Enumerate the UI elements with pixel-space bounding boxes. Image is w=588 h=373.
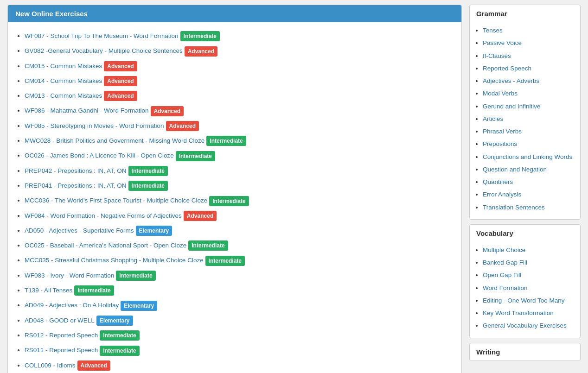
sidebar-item-link[interactable]: Passive Voice bbox=[483, 39, 522, 46]
sidebar-item-link[interactable]: Key Word Transformation bbox=[483, 310, 554, 316]
sidebar-item-link[interactable]: Reported Speech bbox=[483, 65, 531, 72]
list-item: CM013 - Common MistakesAdvanced bbox=[25, 89, 454, 103]
sidebar-item-link[interactable]: Tenses bbox=[483, 27, 503, 34]
list-item: AD048 - GOOD or WELLElementary bbox=[25, 313, 454, 328]
list-item: GV082 -General Vocabulary - Multiple Cho… bbox=[25, 44, 454, 58]
sidebar-item: Prepositions bbox=[483, 138, 574, 150]
sidebar-item: Question and Negation bbox=[483, 163, 574, 176]
exercises-header: New Online Exercises bbox=[8, 5, 461, 22]
level-badge: Intermediate bbox=[206, 136, 246, 146]
sidebar-item-link[interactable]: Conjunctions and Linking Words bbox=[483, 153, 572, 160]
sidebar: GrammarTensesPassive VoiceIf-ClausesRepo… bbox=[469, 5, 581, 373]
sidebar-item: Editing - One Word Too Many bbox=[483, 294, 574, 307]
sidebar-item-link[interactable]: Gerund and Infinitive bbox=[483, 103, 541, 110]
level-badge: Intermediate bbox=[128, 181, 168, 191]
list-item: WF085 - Stereotyping in Movies - Word Fo… bbox=[25, 119, 454, 133]
sidebar-item: Word Formation bbox=[483, 282, 574, 294]
list-item: MCC036 - The World's First Space Tourist… bbox=[25, 193, 454, 208]
exercise-link[interactable]: OC026 - James Bond : A Licence To Kill -… bbox=[25, 152, 174, 159]
exercise-link[interactable]: MCC036 - The World's First Space Tourist… bbox=[25, 197, 207, 204]
exercise-link[interactable]: AD049 - Adjectives : On A Holiday bbox=[25, 302, 119, 309]
sidebar-item-link[interactable]: Word Formation bbox=[483, 284, 528, 291]
exercise-link[interactable]: WF085 - Stereotyping in Movies - Word Fo… bbox=[25, 122, 164, 129]
level-badge: Advanced bbox=[151, 106, 184, 116]
sidebar-item: Conjunctions and Linking Words bbox=[483, 151, 574, 163]
exercise-link[interactable]: COLL009 - Idioms bbox=[25, 362, 76, 369]
exercise-link[interactable]: MWC028 - British Politics and Government… bbox=[25, 137, 205, 144]
exercise-link[interactable]: WF083 - Ivory - Word Formation bbox=[25, 272, 114, 279]
sidebar-item-link[interactable]: Error Analysis bbox=[483, 191, 521, 198]
exercises-box: New Online Exercises WF087 - School Trip… bbox=[7, 5, 462, 373]
list-item: MWC028 - British Politics and Government… bbox=[25, 133, 454, 148]
sidebar-item-link[interactable]: Open Gap Fill bbox=[483, 272, 521, 278]
sidebar-item-link[interactable]: Phrasal Verbs bbox=[483, 128, 522, 135]
level-badge: Intermediate bbox=[209, 196, 249, 206]
sidebar-item: Open Gap Fill bbox=[483, 269, 574, 281]
level-badge: Elementary bbox=[96, 316, 133, 326]
list-item: AD050 - Adjectives - Superlative FormsEl… bbox=[25, 223, 454, 238]
exercises-body: WF087 - School Trip To The Museum - Word… bbox=[8, 22, 461, 373]
sidebar-item: Error Analysis bbox=[483, 188, 574, 201]
level-badge: Intermediate bbox=[180, 31, 220, 41]
list-item: WF083 - Ivory - Word FormationIntermedia… bbox=[25, 268, 454, 283]
exercise-link[interactable]: WF084 - Word Formation - Negative Forms … bbox=[25, 212, 182, 219]
sidebar-section-list: TensesPassive VoiceIf-ClausesReported Sp… bbox=[470, 22, 580, 219]
sidebar-section-title: Vocabulary bbox=[470, 225, 580, 242]
list-item: OC025 - Baseball - America's National Sp… bbox=[25, 238, 454, 253]
level-badge: Intermediate bbox=[100, 330, 139, 341]
level-badge: Elementary bbox=[121, 301, 157, 311]
level-badge: Intermediate bbox=[205, 256, 245, 266]
list-item: T139 - All TensesIntermediate bbox=[25, 283, 454, 298]
exercise-link[interactable]: AD050 - Adjectives - Superlative Forms bbox=[25, 227, 134, 234]
exercise-link[interactable]: T139 - All Tenses bbox=[25, 287, 72, 294]
sidebar-item: Adjectives - Adverbs bbox=[483, 75, 574, 87]
exercise-link[interactable]: PREP042 - Prepositions : IN, AT, ON bbox=[25, 167, 127, 174]
exercise-link[interactable]: AD048 - GOOD or WELL bbox=[25, 317, 95, 324]
level-badge: Advanced bbox=[166, 121, 199, 131]
sidebar-item-link[interactable]: If-Clauses bbox=[483, 52, 511, 59]
list-item: COLL009 - IdiomsAdvanced bbox=[25, 358, 454, 373]
sidebar-item: Translation Sentences bbox=[483, 201, 574, 214]
sidebar-item-link[interactable]: Modal Verbs bbox=[483, 90, 518, 97]
list-item: WF087 - School Trip To The Museum - Word… bbox=[25, 29, 454, 44]
exercise-link[interactable]: WF086 - Mahatma Gandhi - Word Formation bbox=[25, 107, 149, 114]
sidebar-item-link[interactable]: Multiple Choice bbox=[483, 247, 525, 253]
sidebar-item-link[interactable]: Adjectives - Adverbs bbox=[483, 77, 539, 84]
sidebar-item-link[interactable]: General Vocabulary Exercises bbox=[483, 322, 567, 329]
sidebar-item: Tenses bbox=[483, 24, 574, 37]
exercise-link[interactable]: CM014 - Common Mistakes bbox=[25, 77, 102, 84]
level-badge: Advanced bbox=[104, 61, 137, 71]
level-badge: Intermediate bbox=[116, 271, 155, 281]
exercise-link[interactable]: MCC035 - Stressful Christmas Shopping - … bbox=[25, 257, 204, 264]
exercise-link[interactable]: GV082 -General Vocabulary - Multiple Cho… bbox=[25, 47, 183, 54]
exercise-link[interactable]: CM015 - Common Mistakes bbox=[25, 63, 102, 70]
exercise-link[interactable]: RS012 - Reported Speech bbox=[25, 332, 98, 339]
sidebar-item-link[interactable]: Articles bbox=[483, 115, 503, 122]
exercises-list: WF087 - School Trip To The Museum - Word… bbox=[15, 29, 454, 373]
exercise-link[interactable]: CM013 - Common Mistakes bbox=[25, 92, 102, 99]
level-badge: Elementary bbox=[136, 226, 173, 236]
sidebar-section-title: Grammar bbox=[470, 5, 580, 22]
sidebar-item-link[interactable]: Banked Gap Fill bbox=[483, 259, 527, 266]
sidebar-section: GrammarTensesPassive VoiceIf-ClausesRepo… bbox=[469, 5, 581, 220]
exercise-link[interactable]: WF087 - School Trip To The Museum - Word… bbox=[25, 32, 179, 39]
sidebar-item: Modal Verbs bbox=[483, 87, 574, 100]
list-item: RS012 - Reported SpeechIntermediate bbox=[25, 328, 454, 343]
sidebar-item: Multiple Choice bbox=[483, 244, 574, 256]
sidebar-item-link[interactable]: Question and Negation bbox=[483, 166, 547, 173]
sidebar-item-link[interactable]: Translation Sentences bbox=[483, 204, 545, 211]
sidebar-item-link[interactable]: Quantifiers bbox=[483, 178, 513, 185]
sidebar-item-link[interactable]: Prepositions bbox=[483, 140, 517, 147]
level-badge: Intermediate bbox=[128, 166, 168, 176]
sidebar-item: Passive Voice bbox=[483, 37, 574, 49]
exercise-link[interactable]: PREP041 - Prepositions : IN, AT, ON bbox=[25, 182, 127, 189]
list-item: PREP042 - Prepositions : IN, AT, ONInter… bbox=[25, 164, 454, 178]
list-item: WF084 - Word Formation - Negative Forms … bbox=[25, 209, 454, 223]
sidebar-item-link[interactable]: Editing - One Word Too Many bbox=[483, 297, 565, 304]
exercise-link[interactable]: OC025 - Baseball - America's National Sp… bbox=[25, 242, 186, 249]
sidebar-item: Key Word Transformation bbox=[483, 307, 574, 319]
list-item: WF086 - Mahatma Gandhi - Word FormationA… bbox=[25, 103, 454, 118]
exercise-link[interactable]: RS011 - Reported Speech bbox=[25, 347, 98, 354]
exercises-title: New Online Exercises bbox=[15, 10, 88, 18]
level-badge: Advanced bbox=[184, 211, 217, 221]
